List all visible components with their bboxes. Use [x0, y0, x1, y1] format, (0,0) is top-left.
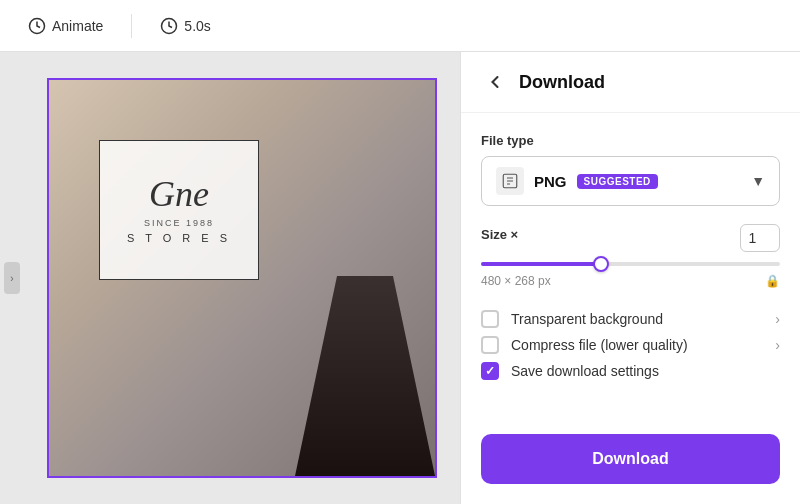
suggested-badge: SUGGESTED [577, 174, 658, 189]
save-settings-label: Save download settings [511, 363, 659, 379]
back-button[interactable] [481, 68, 509, 96]
size-header: Size × [481, 224, 780, 252]
canvas-area: Gne SINCE 1988 S T O R E S [24, 52, 460, 504]
size-label: Size × [481, 227, 518, 242]
dropdown-arrow-icon: ▼ [751, 173, 765, 189]
download-button[interactable]: Download [481, 434, 780, 484]
panel-body: File type PNG SUGGESTED ▼ Size × [461, 113, 800, 434]
logo-since-text: SINCE 1988 [144, 218, 214, 228]
transparent-bg-checkbox[interactable] [481, 310, 499, 328]
file-icon [496, 167, 524, 195]
save-settings-checkbox[interactable] [481, 362, 499, 380]
panel-header: Download [461, 52, 800, 113]
animate-icon [28, 17, 46, 35]
compress-label: Compress file (lower quality) [511, 337, 688, 353]
transparent-bg-row[interactable]: Transparent background › [481, 306, 780, 332]
transparent-bg-arrow: › [775, 311, 780, 327]
animate-button[interactable]: Animate [16, 11, 115, 41]
divider [131, 14, 132, 38]
back-icon [485, 72, 505, 92]
compress-row[interactable]: Compress file (lower quality) › [481, 332, 780, 358]
file-type-section: File type PNG SUGGESTED ▼ [481, 133, 780, 206]
lock-icon: 🔒 [765, 274, 780, 288]
compress-arrow: › [775, 337, 780, 353]
slider-container [481, 262, 780, 266]
transparent-bg-label: Transparent background [511, 311, 663, 327]
size-section: Size × 480 × 268 px 🔒 [481, 224, 780, 288]
file-type-dropdown[interactable]: PNG SUGGESTED ▼ [481, 156, 780, 206]
left-sidebar: › [0, 52, 24, 504]
dimensions-text: 480 × 268 px [481, 274, 551, 288]
file-format-label: PNG [534, 173, 567, 190]
panel-title: Download [519, 72, 605, 93]
duration-label: 5.0s [184, 18, 210, 34]
size-value-input[interactable] [740, 224, 780, 252]
duration-button[interactable]: 5.0s [148, 11, 222, 41]
logo-stores-text: S T O R E S [127, 232, 231, 244]
clock-icon [160, 17, 178, 35]
logo-script-text: Gne [149, 176, 209, 212]
options-section: Transparent background › Compress file (… [481, 306, 780, 384]
canvas-frame: Gne SINCE 1988 S T O R E S [47, 78, 437, 478]
save-settings-row[interactable]: Save download settings [481, 358, 780, 384]
sidebar-toggle[interactable]: › [4, 262, 20, 294]
compress-checkbox[interactable] [481, 336, 499, 354]
panel-footer: Download [461, 434, 800, 504]
file-type-label: File type [481, 133, 780, 148]
animate-label: Animate [52, 18, 103, 34]
size-dimensions: 480 × 268 px 🔒 [481, 274, 780, 288]
main-area: › Gne SINCE 1988 S T O R E S Download [0, 52, 800, 504]
download-panel: Download File type PNG SUGGESTED ▼ [460, 52, 800, 504]
logo-overlay: Gne SINCE 1988 S T O R E S [99, 140, 259, 280]
toolbar: Animate 5.0s [0, 0, 800, 52]
